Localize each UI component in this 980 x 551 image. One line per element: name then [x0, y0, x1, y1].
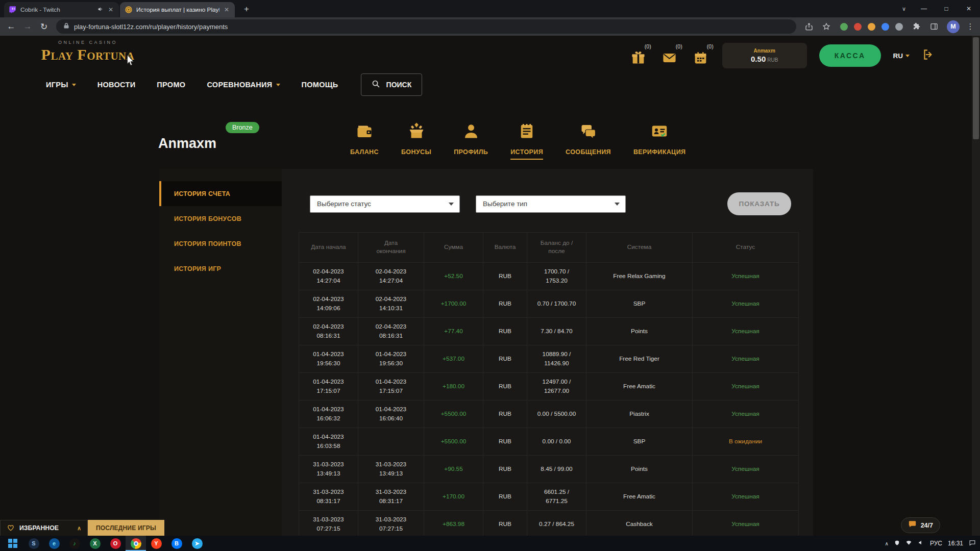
- taskbar-app-edge[interactable]: e: [44, 536, 64, 551]
- taskbar-app-vk[interactable]: B: [166, 536, 187, 551]
- tab-history[interactable]: ИСТОРИЯ: [510, 122, 543, 160]
- tab-profile[interactable]: ПРОФИЛЬ: [454, 122, 488, 160]
- tab-messages[interactable]: СООБЩЕНИЯ: [566, 122, 611, 160]
- tray-volume-icon[interactable]: [918, 540, 924, 547]
- cell-end-date: [358, 428, 424, 455]
- messages-counter[interactable]: (0): [660, 44, 679, 67]
- sidebar-item-points-history[interactable]: ИСТОРИЯ ПОИНТОВ: [159, 231, 282, 256]
- show-button[interactable]: ПОКАЗАТЬ: [727, 192, 791, 215]
- cell-start-date: 01-04-202316:06:32: [299, 400, 358, 428]
- taskbar-app-yandex-browser[interactable]: Y: [146, 536, 166, 551]
- reload-icon[interactable]: ↻: [37, 19, 51, 34]
- tray-language-label[interactable]: РУС: [930, 540, 942, 547]
- cell-currency: RUB: [483, 263, 527, 290]
- taskbar-app-telegram[interactable]: ➤: [187, 536, 207, 551]
- nav-promo[interactable]: ПРОМО: [157, 81, 185, 89]
- cashier-button[interactable]: КАССА: [819, 44, 881, 67]
- sidebar-item-account-history[interactable]: ИСТОРИЯ СЧЕТА: [159, 181, 282, 206]
- nav-help[interactable]: ПОМОЩЬ: [302, 81, 338, 89]
- gifts-counter[interactable]: (0): [629, 44, 648, 67]
- cell-end-date: 02-04-202308:16:31: [358, 318, 424, 345]
- cell-start-date: 31-03-202307:27:15: [299, 511, 358, 536]
- sidebar-item-bonus-history[interactable]: ИСТОРИЯ БОНУСОВ: [159, 206, 282, 231]
- bookmark-star-icon[interactable]: [819, 19, 834, 34]
- taskbar-app-opera[interactable]: O: [105, 536, 126, 551]
- extension-gray-icon[interactable]: [895, 23, 903, 31]
- tray-chevron-up-icon[interactable]: ∧: [885, 541, 889, 546]
- support-button[interactable]: 24/7: [901, 517, 940, 533]
- browser-tab-strip: Cobrik - Twitch ✕ История выплат | казин…: [0, 0, 980, 17]
- site-search[interactable]: ПОИСК: [361, 73, 423, 96]
- minimize-button[interactable]: —: [913, 0, 935, 17]
- nav-news[interactable]: НОВОСТИ: [97, 81, 136, 89]
- taskbar-app-spotify[interactable]: ♪: [64, 536, 85, 551]
- tab-close-icon[interactable]: ✕: [107, 6, 114, 13]
- extension-blue-icon[interactable]: [881, 23, 889, 31]
- tab-search-icon[interactable]: ∨: [895, 6, 913, 12]
- tab-close-icon[interactable]: ✕: [223, 6, 230, 13]
- lock-icon: [63, 22, 69, 31]
- id-card-icon: [650, 122, 669, 142]
- tab-twitch[interactable]: Cobrik - Twitch ✕: [4, 2, 119, 17]
- maximize-button[interactable]: □: [935, 0, 958, 17]
- tab-playfortuna[interactable]: История выплат | казино Playf ✕: [120, 2, 235, 17]
- page-scrollbar[interactable]: [972, 36, 980, 536]
- search-icon: [372, 80, 380, 90]
- extension-orange-icon[interactable]: [868, 23, 875, 31]
- extension-green-icon[interactable]: [840, 23, 848, 31]
- profile-avatar[interactable]: M: [947, 20, 960, 33]
- type-select[interactable]: Выберите тип: [476, 195, 626, 213]
- cell-status: В ожидании: [693, 428, 798, 455]
- mouse-cursor: [127, 55, 135, 68]
- favorites-button[interactable]: ИЗБРАННОЕ ∧: [0, 520, 88, 536]
- side-panel-icon[interactable]: [926, 19, 942, 34]
- scrollbar-thumb[interactable]: [973, 37, 979, 139]
- taskbar-app-excel[interactable]: X: [85, 536, 105, 551]
- nav-games[interactable]: ИГРЫ: [46, 81, 76, 89]
- tab-balance[interactable]: БАЛАНС: [350, 122, 379, 160]
- status-select[interactable]: Выберите статус: [310, 195, 460, 213]
- cell-system: Free Red Tiger: [586, 345, 693, 372]
- tab-bonuses[interactable]: БОНУСЫ: [401, 122, 431, 160]
- share-icon[interactable]: [801, 19, 817, 34]
- tournaments-counter[interactable]: (0): [691, 44, 710, 67]
- tray-shield-icon[interactable]: [894, 540, 900, 547]
- close-window-button[interactable]: ✕: [958, 0, 980, 17]
- notification-center-icon[interactable]: [969, 539, 976, 547]
- tray-network-icon[interactable]: [905, 540, 912, 547]
- cell-amount: +5500.00: [424, 428, 483, 455]
- logout-icon[interactable]: [922, 48, 935, 63]
- cell-end-date: 31-03-202313:49:13: [358, 456, 424, 483]
- balance-box[interactable]: Anmaxm 0.50RUB: [722, 43, 807, 68]
- table-row: 02-04-202314:27:04 02-04-202314:27:04 +5…: [299, 262, 798, 290]
- language-selector[interactable]: RU: [893, 52, 910, 60]
- tray-clock[interactable]: 16:31: [948, 540, 963, 547]
- tab-audio-icon[interactable]: [97, 6, 104, 14]
- start-button[interactable]: [2, 536, 23, 551]
- back-icon[interactable]: ←: [4, 19, 18, 34]
- chevron-down-icon: [72, 84, 76, 86]
- system-tray: ∧ РУС 16:31: [885, 539, 980, 547]
- sidebar-item-games-history[interactable]: ИСТОРИЯ ИГР: [159, 256, 282, 281]
- nav-tournaments[interactable]: СОРЕВНОВАНИЯ: [207, 81, 280, 89]
- table-row: 31-03-202313:49:13 31-03-202313:49:13 +9…: [299, 455, 798, 483]
- extensions-puzzle-icon[interactable]: [909, 19, 924, 34]
- payments-table-header: Дата начала Дата окончания Сумма Валюта …: [299, 233, 798, 262]
- taskbar-app-chrome[interactable]: [126, 536, 146, 551]
- cell-amount: +5500.00: [424, 400, 483, 428]
- new-tab-button[interactable]: +: [240, 3, 253, 16]
- address-bar[interactable]: play-fortuna-slotl12z.com/ru/player/hist…: [56, 19, 796, 34]
- recent-games-button[interactable]: ПОСЛЕДНИЕ ИГРЫ: [88, 520, 164, 536]
- cell-system: Points: [586, 318, 693, 345]
- payments-table-body: 02-04-202314:27:04 02-04-202314:27:04 +5…: [299, 262, 798, 536]
- extension-red-icon[interactable]: [854, 23, 862, 31]
- balance-amount: 0.50: [751, 55, 766, 63]
- cell-currency: RUB: [483, 318, 527, 345]
- table-row: 01-04-202319:56:30 01-04-202319:56:30 +5…: [299, 345, 798, 372]
- tab-verification[interactable]: ВЕРИФИКАЦИЯ: [633, 122, 686, 160]
- taskbar-app-steam[interactable]: S: [23, 536, 44, 551]
- browser-menu-icon[interactable]: ⋮: [965, 22, 976, 31]
- profile-username: Anmaxm: [158, 136, 216, 152]
- cell-balance: 0.70 / 1700.70: [527, 290, 586, 317]
- forward-icon[interactable]: →: [20, 19, 35, 34]
